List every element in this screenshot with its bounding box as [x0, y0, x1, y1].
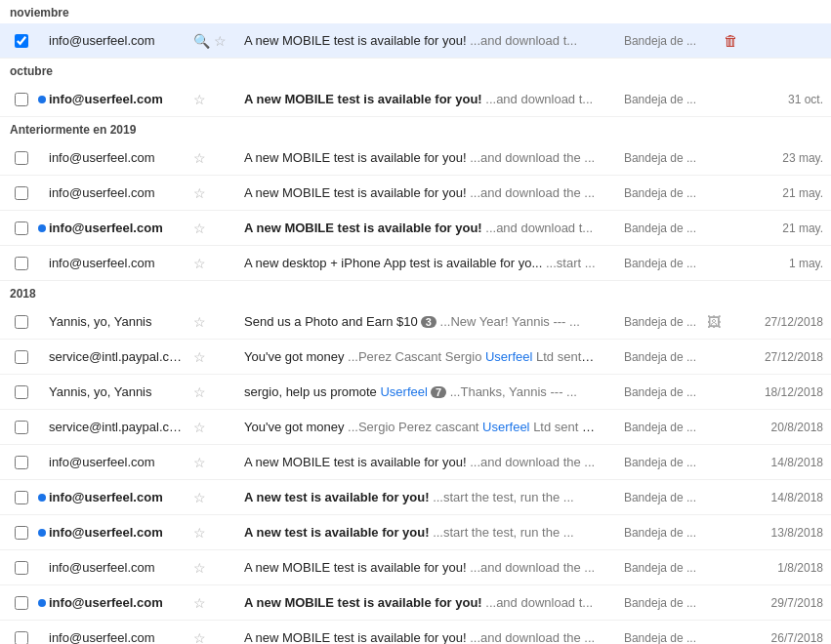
email-label: Bandeja de ...	[597, 385, 704, 399]
sender: info@userfeel.com	[49, 630, 193, 644]
star-icon[interactable]: ☆	[193, 490, 206, 505]
date: 26/7/2018	[753, 631, 823, 645]
email-row[interactable]: info@userfeel.com ☆A new MOBILE test is …	[0, 211, 831, 246]
unread-dot-col	[35, 224, 49, 232]
row-checkbox[interactable]	[15, 491, 28, 504]
subject-col: Send us a Photo and Earn $103 ...New Yea…	[244, 314, 597, 329]
preview-text: ...and download the ...	[467, 560, 596, 575]
star-icon[interactable]: ☆	[193, 92, 206, 107]
checkbox-col	[8, 221, 35, 235]
email-row[interactable]: Yannis, yo, Yannis ☆sergio, help us prom…	[0, 375, 831, 410]
email-label: Bandeja de ...	[597, 421, 704, 434]
email-label: Bandeja de ...	[597, 151, 704, 165]
star-icon[interactable]: ☆	[193, 221, 206, 236]
row-checkbox[interactable]	[15, 385, 28, 399]
date: 1 may.	[753, 257, 823, 270]
star-icon[interactable]: ☆	[193, 560, 206, 576]
row-checkbox[interactable]	[15, 421, 28, 434]
date: 31 oct.	[753, 93, 823, 106]
email-row[interactable]: info@userfeel.com ☆A new MOBILE test is …	[0, 82, 831, 117]
preview-text: ...Perez Cascant Sergio Userfeel Ltd sen…	[344, 349, 597, 364]
trash-icon[interactable]: 🗑	[724, 32, 753, 49]
star-icon[interactable]: ☆	[193, 256, 206, 271]
email-row[interactable]: info@userfeel.com ☆A new test is availab…	[0, 480, 831, 515]
email-row[interactable]: info@userfeel.com 🔍☆A new MOBILE test is…	[0, 23, 831, 59]
date: 13/8/2018	[753, 526, 823, 540]
preview-text: ...start the test, run the ...	[430, 525, 574, 540]
date: 23 may.	[753, 151, 823, 165]
row-checkbox[interactable]	[15, 257, 28, 270]
subject-col: A new MOBILE test is available for you! …	[244, 560, 597, 575]
subject-col: sergio, help us promote Userfeel7 ...Tha…	[244, 384, 597, 399]
unread-dot-col	[35, 599, 49, 607]
date: 14/8/2018	[753, 456, 823, 469]
star-icon[interactable]: ☆	[193, 525, 206, 541]
row-checkbox[interactable]	[15, 186, 28, 200]
icons-col: 🔍☆	[193, 33, 244, 49]
email-row[interactable]: Yannis, yo, Yannis ☆Send us a Photo and …	[0, 304, 831, 340]
star-icon[interactable]: ☆	[193, 630, 206, 645]
section-label-2018: 2018	[0, 281, 831, 304]
search-icon[interactable]: 🔍	[193, 33, 210, 49]
row-checkbox[interactable]	[15, 561, 28, 575]
star-icon[interactable]: ☆	[193, 384, 206, 400]
row-checkbox[interactable]	[15, 526, 28, 540]
star-icon[interactable]: ☆	[214, 33, 227, 49]
email-row[interactable]: info@userfeel.com ☆A new MOBILE test is …	[0, 176, 831, 211]
star-icon[interactable]: ☆	[193, 150, 206, 166]
sender: service@intl.paypal.com	[49, 420, 193, 434]
row-checkbox[interactable]	[15, 350, 28, 364]
email-row[interactable]: info@userfeel.com ☆A new desktop + iPhon…	[0, 246, 831, 281]
preview-text: ...Sergio Perez cascant Userfeel Ltd sen…	[344, 420, 597, 434]
email-label: Bandeja de ...	[597, 526, 704, 540]
row-checkbox[interactable]	[15, 596, 28, 610]
checkbox-col	[8, 93, 35, 106]
email-row[interactable]: info@userfeel.com ☆A new MOBILE test is …	[0, 445, 831, 480]
preview-text: ...and download t...	[482, 92, 593, 106]
email-row[interactable]: info@userfeel.com ☆A new MOBILE test is …	[0, 550, 831, 585]
sender: info@userfeel.com	[49, 455, 193, 469]
star-icon[interactable]: ☆	[193, 349, 206, 365]
row-checkbox[interactable]	[15, 631, 28, 645]
row-checkbox[interactable]	[15, 315, 28, 329]
row-checkbox[interactable]	[15, 34, 28, 48]
unread-dot-col	[35, 529, 49, 537]
checkbox-col	[8, 631, 35, 645]
email-row[interactable]: service@intl.paypal.com ☆You've got mone…	[0, 340, 831, 375]
email-row[interactable]: info@userfeel.com ☆A new MOBILE test is …	[0, 621, 831, 644]
email-row[interactable]: service@intl.paypal.com ☆You've got mone…	[0, 410, 831, 445]
email-row[interactable]: info@userfeel.com ☆A new MOBILE test is …	[0, 585, 831, 621]
date: 20/8/2018	[753, 421, 823, 434]
sender: info@userfeel.com	[49, 490, 193, 504]
unread-dot	[38, 96, 46, 103]
preview-text: ...and download the ...	[467, 150, 596, 165]
email-label: Bandeja de ...	[597, 186, 704, 200]
email-label: Bandeja de ...	[597, 456, 704, 469]
icons-col: ☆	[193, 185, 244, 201]
star-icon[interactable]: ☆	[193, 420, 206, 435]
icons-col: ☆	[193, 314, 244, 330]
subject-col: A new MOBILE test is available for you! …	[244, 150, 597, 165]
badge: 7	[431, 386, 446, 398]
row-checkbox[interactable]	[15, 151, 28, 165]
email-row[interactable]: info@userfeel.com ☆A new MOBILE test is …	[0, 141, 831, 176]
unread-dot	[38, 599, 46, 607]
subject-text: A new test is available for you!	[244, 525, 430, 540]
star-icon[interactable]: ☆	[193, 314, 206, 330]
star-icon[interactable]: ☆	[193, 595, 206, 611]
date: 21 may.	[753, 221, 823, 235]
sender: Yannis, yo, Yannis	[49, 314, 193, 329]
row-checkbox[interactable]	[15, 93, 28, 106]
preview-text: ...and download t...	[482, 221, 593, 235]
subject-text: You've got money	[244, 349, 344, 364]
badge: 3	[421, 316, 436, 328]
subject-text: A new MOBILE test is available for you!	[244, 150, 467, 165]
star-icon[interactable]: ☆	[193, 185, 206, 201]
row-checkbox[interactable]	[15, 456, 28, 469]
date: 14/8/2018	[753, 491, 823, 504]
star-icon[interactable]: ☆	[193, 455, 206, 470]
subject-text: A new MOBILE test is available for you!	[244, 185, 467, 200]
row-checkbox[interactable]	[15, 221, 28, 235]
sender: info@userfeel.com	[49, 560, 193, 575]
email-row[interactable]: info@userfeel.com ☆A new test is availab…	[0, 515, 831, 550]
